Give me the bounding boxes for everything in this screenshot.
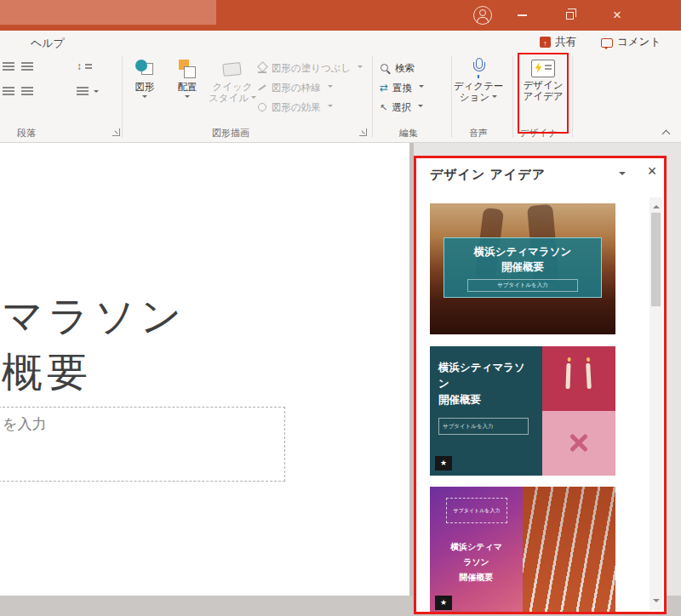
minimize-button[interactable] <box>507 0 536 31</box>
design-suggestion-3[interactable]: サブタイトルを入力 横浜シティマ ラソン 開催概要 <box>430 487 615 612</box>
dictate-button[interactable]: ディクテー ション <box>455 56 502 103</box>
ribbon: 段落 図形 配置 クイック スタイル 図形の塗りつぶし 図形の枠線 <box>0 54 681 143</box>
ribbon-bow-shape <box>568 431 590 453</box>
microphone-stem <box>478 75 479 78</box>
title-bar <box>0 0 681 31</box>
arrange-button[interactable]: 配置 <box>167 56 208 100</box>
comments-button[interactable]: コメント <box>601 35 661 49</box>
chevron-down-icon <box>418 105 423 110</box>
shapes-label: 図形 <box>135 82 155 93</box>
columns-icon[interactable] <box>21 86 33 96</box>
scroll-up-icon[interactable] <box>653 202 660 208</box>
subtitle-placeholder[interactable]: を入力 <box>0 407 285 482</box>
shape-outline-button: 図形の枠線 <box>257 80 333 95</box>
group-label-editing: 編集 <box>387 127 430 140</box>
scroll-down-icon[interactable] <box>653 599 660 606</box>
ribbon-tab-row: ヘルプ 共有 コメント <box>0 31 681 54</box>
sort-text-icon[interactable] <box>77 62 92 73</box>
shapes-button[interactable]: 図形 <box>124 56 165 100</box>
design-suggestion-2[interactable]: 横浜シティマラソン 開催概要 サブタイトルを入力 <box>430 346 615 476</box>
collapse-ribbon-icon[interactable] <box>662 130 671 139</box>
slide-title-line-1[interactable]: マラソン <box>2 289 186 344</box>
shape-effects-icon <box>257 102 267 112</box>
shape-fill-icon <box>257 63 267 73</box>
chevron-down-icon <box>328 105 333 110</box>
thumbnail-title-block: 横浜シティマラソン 開催概要 サブタイトルを入力 <box>444 237 602 298</box>
thumb3-gradient-block: サブタイトルを入力 横浜シティマ ラソン 開催概要 <box>430 487 523 612</box>
thumb-subtitle-box: サブタイトルを入力 <box>438 418 529 435</box>
paragraph-dialog-launcher[interactable] <box>112 128 120 136</box>
quick-styles-icon <box>221 59 243 79</box>
thumb2-photo-candles <box>542 346 615 411</box>
account-avatar-icon[interactable] <box>473 6 492 25</box>
find-label: 検索 <box>395 62 415 75</box>
chevron-down-icon <box>358 66 363 71</box>
thumb-title-line: ラソン <box>430 555 523 570</box>
slide-canvas[interactable]: マラソン 概要 を入力 <box>0 143 409 596</box>
panel-scrollbar[interactable] <box>650 197 662 610</box>
replace-button[interactable]: 置換 <box>380 80 424 95</box>
thumb-title-line: 開催概要 <box>430 570 523 585</box>
arrange-label: 配置 <box>178 82 197 93</box>
share-icon <box>540 37 551 48</box>
drawing-dialog-launcher[interactable] <box>359 128 367 136</box>
tab-help[interactable]: ヘルプ <box>31 36 65 51</box>
shape-fill-button: 図形の塗りつぶし <box>257 60 363 76</box>
find-button[interactable]: 検索 <box>380 60 415 76</box>
group-separator <box>512 56 513 138</box>
restore-button[interactable] <box>555 0 584 31</box>
chevron-down-icon <box>185 95 190 100</box>
candle-shape <box>565 363 570 389</box>
chevron-down-icon <box>142 95 147 100</box>
select-button[interactable]: 選択 <box>380 100 423 115</box>
align-icon[interactable] <box>3 86 14 96</box>
thumb-title-line: 横浜シティマ <box>430 539 523 555</box>
replace-label: 置換 <box>392 82 412 94</box>
designer-badge-icon <box>435 596 452 610</box>
scrollbar-thumb[interactable] <box>651 213 661 306</box>
group-separator <box>572 56 573 138</box>
replace-icon <box>380 83 388 93</box>
close-icon <box>613 8 621 23</box>
quick-styles-label-1: クイック <box>212 82 252 93</box>
minimize-icon <box>518 14 527 16</box>
shape-outline-label: 図形の枠線 <box>272 82 321 94</box>
thumb-title-line: 開催概要 <box>438 392 534 408</box>
list-icon[interactable] <box>77 86 89 96</box>
thumb-title-line: 横浜シティマラソン <box>438 360 534 392</box>
design-suggestion-1[interactable]: 横浜シティマラソン 開催概要 サブタイトルを入力 <box>430 203 615 334</box>
line-spacing-icon[interactable] <box>21 61 33 71</box>
group-separator <box>451 56 452 138</box>
chevron-down-icon <box>492 95 497 100</box>
thumb-title-line: 開催概要 <box>448 260 598 275</box>
dictate-label-2: ション <box>460 92 497 103</box>
close-button[interactable] <box>603 0 632 31</box>
search-icon <box>380 63 391 74</box>
group-label-voice: 音声 <box>455 127 501 140</box>
slide-title-line-2[interactable]: 概要 <box>2 345 92 400</box>
panel-title: デザイン アイデア <box>430 167 546 183</box>
shape-fill-label: 図形の塗りつぶし <box>272 62 351 75</box>
comments-label: コメント <box>617 35 661 49</box>
shape-outline-icon <box>257 83 267 93</box>
panel-menu-caret-icon[interactable] <box>619 172 626 179</box>
share-button[interactable]: 共有 <box>540 35 576 49</box>
comment-icon <box>601 38 613 48</box>
align-icon[interactable] <box>3 61 14 71</box>
select-label: 選択 <box>392 101 411 114</box>
share-label: 共有 <box>555 35 576 49</box>
chevron-down-icon <box>419 85 424 90</box>
thumb-title-block: 横浜シティマ ラソン 開催概要 <box>430 539 523 585</box>
group-label-paragraph: 段落 <box>0 127 53 140</box>
thumb-subtitle: サブタイトルを入力 <box>467 279 578 292</box>
thumb2-photo-gift <box>542 411 615 476</box>
group-separator <box>122 56 123 138</box>
restore-icon <box>566 12 574 20</box>
designer-badge-icon <box>435 456 452 471</box>
design-ideas-panel-body: デザイン アイデア 横浜シティマラソン 開催概要 サブタイトルを入力 横浜シティ… <box>416 158 664 612</box>
shapes-icon <box>134 59 156 79</box>
panel-close-button[interactable] <box>643 162 661 180</box>
microphone-icon <box>472 58 485 78</box>
quick-styles-button: クイック スタイル <box>209 56 255 104</box>
chevron-down-icon[interactable] <box>94 90 99 95</box>
